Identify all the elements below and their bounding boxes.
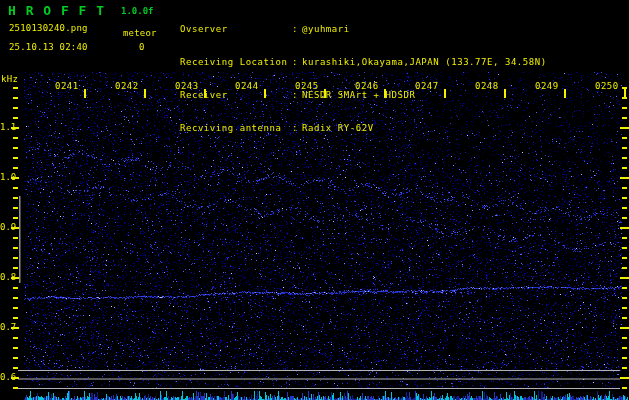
- hrofft-screen: H R O F F T 1.0.0f 2510130240.png 25.10.…: [0, 0, 629, 400]
- y-tick-label: 0.6: [0, 373, 16, 382]
- app-title: H R O F F T: [8, 3, 105, 18]
- app-version: 1.0.0f: [121, 6, 154, 16]
- y-tick-label: 1.1: [0, 123, 16, 132]
- info-row-observer: Ovserver:@yuhmari: [180, 23, 547, 36]
- time-label: 0243: [175, 82, 199, 91]
- y-axis-unit: kHz: [1, 74, 18, 84]
- y-tick-label: 1.0: [0, 173, 16, 182]
- output-filename: 2510130240.png: [9, 23, 88, 33]
- time-label: 0249: [535, 82, 559, 91]
- info-row-antenna: Recviving antenna:Radix RY-62V: [180, 122, 547, 135]
- info-row-location: Receiving Location:kurashiki,Okayama,JAP…: [180, 56, 547, 69]
- time-label: 0242: [115, 82, 139, 91]
- station-info: Ovserver:@yuhmari Receiving Location:kur…: [180, 3, 547, 155]
- time-label: 0246: [355, 82, 379, 91]
- y-tick-label: 0.9: [0, 223, 16, 232]
- time-label: 0248: [475, 82, 499, 91]
- y-tick-label: 0.8: [0, 273, 16, 282]
- time-label: 0244: [235, 82, 259, 91]
- y-tick-label: 0.7: [0, 323, 16, 332]
- time-label: 0245: [295, 82, 319, 91]
- time-label: 0247: [415, 82, 439, 91]
- time-label: 0250: [595, 82, 619, 91]
- meteor-count-label: meteor: [123, 28, 157, 38]
- timestamp: 25.10.13 02:40: [9, 42, 88, 52]
- meteor-count-value: 0: [139, 42, 144, 52]
- time-label: 0241: [55, 82, 79, 91]
